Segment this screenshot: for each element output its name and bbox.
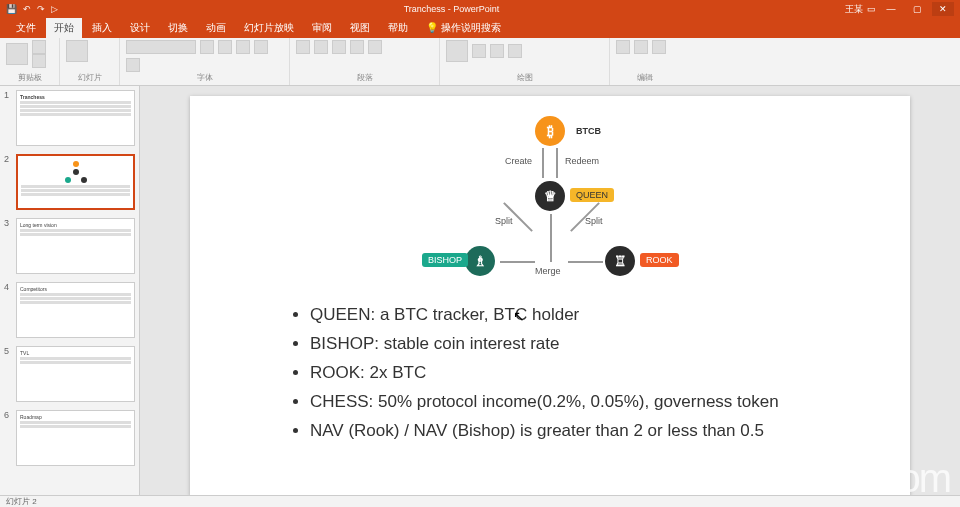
tab-view[interactable]: 视图	[342, 18, 378, 38]
maximize-button[interactable]: ▢	[906, 2, 928, 16]
tab-slideshow[interactable]: 幻灯片放映	[236, 18, 302, 38]
tab-animations[interactable]: 动画	[198, 18, 234, 38]
title-bar: 💾 ↶ ↷ ▷ Tranchess - PowerPoint 王某 ▭ — ▢ …	[0, 0, 960, 18]
bullet-bishop: BISHOP: stable coin interest rate	[310, 330, 880, 359]
arrow-create	[542, 148, 544, 178]
bold-icon[interactable]	[218, 40, 232, 54]
quick-access-toolbar: 💾 ↶ ↷ ▷	[0, 4, 58, 14]
tab-review[interactable]: 审阅	[304, 18, 340, 38]
align-left-icon[interactable]	[332, 40, 346, 54]
edge-create: Create	[505, 156, 532, 166]
font-color-icon[interactable]	[126, 58, 140, 72]
thumbnail-3[interactable]: Long term vision	[16, 218, 135, 274]
window-title: Tranchess - PowerPoint	[58, 4, 845, 14]
ribbon-group-drawing: 绘图	[440, 38, 610, 85]
thumbnail-2[interactable]	[16, 154, 135, 210]
token-diagram: ₿ BTCB ♕ QUEEN ♗ BISHOP ♖ ROOK Create Re…	[420, 116, 680, 286]
underline-icon[interactable]	[254, 40, 268, 54]
user-name[interactable]: 王某	[845, 3, 863, 16]
bullet-rook: ROOK: 2x BTC	[310, 359, 880, 388]
fill-icon[interactable]	[490, 44, 504, 58]
save-icon[interactable]: 💾	[6, 4, 17, 14]
thumbnail-4[interactable]: Competitors	[16, 282, 135, 338]
redo-icon[interactable]: ↷	[37, 4, 45, 14]
arrange-icon[interactable]	[472, 44, 486, 58]
close-button[interactable]: ✕	[932, 2, 954, 16]
font-size[interactable]	[200, 40, 214, 54]
shapes-icon[interactable]	[446, 40, 468, 62]
slide[interactable]: ₿ BTCB ♕ QUEEN ♗ BISHOP ♖ ROOK Create Re…	[190, 96, 910, 495]
edge-redeem: Redeem	[565, 156, 599, 166]
thumbnail-5[interactable]: TVL	[16, 346, 135, 402]
tab-file[interactable]: 文件	[8, 18, 44, 38]
node-queen: ♕	[535, 181, 565, 211]
paste-icon[interactable]	[6, 43, 28, 65]
label-queen: QUEEN	[570, 188, 614, 202]
node-rook: ♖	[605, 246, 635, 276]
ribbon-group-font: 字体	[120, 38, 290, 85]
bullet-list: QUEEN: a BTC tracker, BTC holder BISHOP:…	[220, 301, 880, 445]
status-slide-number: 幻灯片 2	[6, 496, 37, 507]
label-rook: ROOK	[640, 253, 679, 267]
tab-transitions[interactable]: 切换	[160, 18, 196, 38]
label-bishop: BISHOP	[422, 253, 468, 267]
align-right-icon[interactable]	[368, 40, 382, 54]
copy-icon[interactable]	[32, 54, 46, 68]
bullet-queen: QUEEN: a BTC tracker, BTC holder	[310, 301, 880, 330]
thumbnail-6[interactable]: Roadmap	[16, 410, 135, 466]
status-bar: 幻灯片 2	[0, 495, 960, 507]
edge-split-r: Split	[585, 216, 603, 226]
bullet-nav: NAV (Rook) / NAV (Bishop) is greater tha…	[310, 417, 880, 446]
tell-me[interactable]: 💡 操作说明搜索	[418, 18, 509, 38]
cut-icon[interactable]	[32, 40, 46, 54]
outline-icon[interactable]	[508, 44, 522, 58]
edge-merge: Merge	[535, 266, 561, 276]
slideshow-icon[interactable]: ▷	[51, 4, 58, 14]
menu-bar: 文件 开始 插入 设计 切换 动画 幻灯片放映 审阅 视图 帮助 💡 操作说明搜…	[0, 18, 960, 38]
node-bishop: ♗	[465, 246, 495, 276]
label-btcb: BTCB	[570, 124, 607, 138]
minimize-button[interactable]: —	[880, 2, 902, 16]
slide-canvas-area[interactable]: ₿ BTCB ♕ QUEEN ♗ BISHOP ♖ ROOK Create Re…	[140, 86, 960, 495]
tab-home[interactable]: 开始	[46, 18, 82, 38]
find-icon[interactable]	[616, 40, 630, 54]
tab-design[interactable]: 设计	[122, 18, 158, 38]
arrow-merge-r	[568, 261, 603, 263]
ribbon-display-icon[interactable]: ▭	[867, 4, 876, 14]
undo-icon[interactable]: ↶	[23, 4, 31, 14]
arrow-merge-u	[550, 214, 552, 262]
bullet-chess: CHESS: 50% protocol income(0.2%, 0.05%),…	[310, 388, 880, 417]
replace-icon[interactable]	[634, 40, 648, 54]
select-icon[interactable]	[652, 40, 666, 54]
ribbon-group-editing: 编辑	[610, 38, 680, 85]
tab-insert[interactable]: 插入	[84, 18, 120, 38]
italic-icon[interactable]	[236, 40, 250, 54]
ribbon-group-paragraph: 段落	[290, 38, 440, 85]
align-center-icon[interactable]	[350, 40, 364, 54]
tab-help[interactable]: 帮助	[380, 18, 416, 38]
node-btcb: ₿	[535, 116, 565, 146]
arrow-redeem	[556, 148, 558, 178]
ribbon: 剪贴板 幻灯片 字体 段落 绘图	[0, 38, 960, 86]
edge-split-l: Split	[495, 216, 513, 226]
ribbon-group-clipboard: 剪贴板	[0, 38, 60, 85]
workspace: 1 Tranchess 2 3 Long term vision 4 Compe…	[0, 86, 960, 495]
bullets-icon[interactable]	[296, 40, 310, 54]
new-slide-icon[interactable]	[66, 40, 88, 62]
arrow-merge-l	[500, 261, 535, 263]
font-select[interactable]	[126, 40, 196, 54]
slide-thumbnail-panel[interactable]: 1 Tranchess 2 3 Long term vision 4 Compe…	[0, 86, 140, 495]
thumbnail-1[interactable]: Tranchess	[16, 90, 135, 146]
numbering-icon[interactable]	[314, 40, 328, 54]
ribbon-group-slides: 幻灯片	[60, 38, 120, 85]
